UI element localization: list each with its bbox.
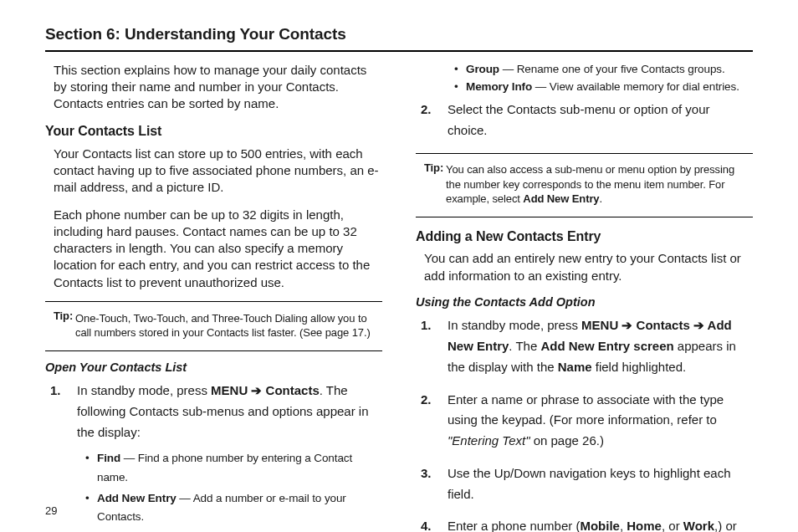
kw-mobile: Mobile xyxy=(580,519,620,532)
txt: In standby mode, press xyxy=(77,383,211,397)
step-number: 1. xyxy=(421,315,432,336)
step-number: 1. xyxy=(50,381,61,402)
kw: Add New Entry xyxy=(523,192,599,205)
add-step-1: 1. In standby mode, press MENU ➔ Contact… xyxy=(441,315,753,377)
kw-work: Work xyxy=(683,519,714,532)
tip-body: One-Touch, Two-Touch, and Three-Touch Di… xyxy=(54,311,379,340)
rule-top xyxy=(45,50,753,52)
txt: — View available memory for dial entries… xyxy=(532,80,739,93)
heading-open-your-contacts: Open Your Contacts List xyxy=(45,360,382,376)
column-left: This section explains how to manage your… xyxy=(45,62,382,532)
bullet-speed-dial: Speed Dial — Assign speed dial numbers t… xyxy=(85,529,382,533)
page-number: 29 xyxy=(45,504,57,519)
txt: field highlighted. xyxy=(592,360,687,374)
step-number: 3. xyxy=(421,463,432,484)
tip-rule-top-left xyxy=(45,301,382,302)
open-steps: 1. In standby mode, press MENU ➔ Contact… xyxy=(45,381,382,532)
kw: Find xyxy=(97,452,120,464)
tip-rule-top-right xyxy=(416,153,753,154)
section-title: Section 6: Understanding Your Contacts xyxy=(45,23,753,45)
txt: — Rename one of your five Contacts group… xyxy=(499,63,725,75)
txt: on page 26.) xyxy=(529,433,603,448)
arrow-icon: ➔ xyxy=(248,383,265,397)
kw: Group xyxy=(466,63,499,75)
kw-name: Name xyxy=(558,360,592,374)
step-text: Use the Up/Down navigation keys to highl… xyxy=(448,466,731,501)
txt: Enter a phone number ( xyxy=(448,519,580,532)
arrow-icon: ➔ xyxy=(690,318,708,332)
column-right: Group — Rename one of your five Contacts… xyxy=(416,62,753,532)
intro-paragraph: This section explains how to manage your… xyxy=(45,62,382,113)
tip-box-left: Tip: One-Touch, Two-Touch, and Three-Tou… xyxy=(45,307,382,344)
heading-adding-new-entry: Adding a New Contacts Entry xyxy=(416,228,753,246)
heading-using-add-option: Using the Contacts Add Option xyxy=(416,294,753,311)
arrow-icon: ➔ xyxy=(618,318,636,332)
heading-your-contacts-list: Your Contacts List xyxy=(45,122,382,141)
open-bullets: Find — Find a phone number by entering a… xyxy=(77,449,382,532)
ref-entering-text: "Entering Text" xyxy=(448,433,529,448)
bullet-find: Find — Find a phone number by entering a… xyxy=(85,449,382,487)
contacts-p2: Each phone number can be up to 32 digits… xyxy=(45,207,382,291)
step-number: 4. xyxy=(421,516,432,532)
kw-screen: Add New Entry screen xyxy=(540,339,673,353)
kw-menu: MENU xyxy=(581,318,618,332)
txt: . The xyxy=(509,339,540,353)
add-step-4: 4. Enter a phone number (Mobile, Home, o… xyxy=(441,516,753,532)
add-intro: You can add an entirely new entry to you… xyxy=(416,250,753,284)
step-number: 2. xyxy=(421,100,432,120)
txt: Enter a name or phrase to associate with… xyxy=(448,392,724,427)
kw-home: Home xyxy=(627,519,662,532)
contacts-p1: Your Contacts list can store up to 500 e… xyxy=(45,146,382,197)
step-text: Enter a name or phrase to associate with… xyxy=(448,392,724,448)
step-number: 2. xyxy=(421,390,432,411)
kw-contacts: Contacts xyxy=(637,318,690,332)
bullet-add-new: Add New Entry — Add a number or e-mail t… xyxy=(85,489,382,527)
txt: — Find a phone number by entering a Cont… xyxy=(97,452,352,483)
kw-menu: MENU xyxy=(211,383,248,397)
add-step-2: 2. Enter a name or phrase to associate w… xyxy=(441,390,753,452)
tip-label: Tip: xyxy=(424,161,443,174)
tip-label: Tip: xyxy=(54,309,73,322)
step-text: In standby mode, press MENU ➔ Contacts ➔… xyxy=(448,318,736,374)
add-steps: 1. In standby mode, press MENU ➔ Contact… xyxy=(416,315,753,532)
kw: Memory Info xyxy=(466,80,532,93)
two-column-layout: This section explains how to manage your… xyxy=(45,62,753,532)
step-text: In standby mode, press MENU ➔ Contacts. … xyxy=(77,383,369,439)
open-bullets-cont: Group — Rename one of your five Contacts… xyxy=(416,62,753,95)
tip-rule-bottom-right xyxy=(416,217,753,217)
open-steps-cont: 2. Select the Contacts sub-menu or optio… xyxy=(416,100,753,141)
bullet-group: Group — Rename one of your five Contacts… xyxy=(454,62,753,77)
step-text: Enter a phone number (Mobile, Home, or W… xyxy=(448,519,749,532)
tip-box-right: Tip: You can also access a sub-menu or m… xyxy=(416,159,753,210)
kw: Add New Entry xyxy=(97,492,176,504)
bullet-memory-info: Memory Info — View available memory for … xyxy=(454,79,753,95)
txt: In standby mode, press xyxy=(448,318,581,332)
tip-body: You can also access a sub-menu or menu o… xyxy=(424,162,749,207)
open-step-2: 2. Select the Contacts sub-menu or optio… xyxy=(441,100,753,141)
kw-contacts: Contacts xyxy=(266,383,320,397)
txt: . xyxy=(600,192,603,205)
add-step-3: 3. Use the Up/Down navigation keys to hi… xyxy=(441,463,753,505)
step-text: Select the Contacts sub-menu or option o… xyxy=(448,102,710,137)
open-step-1: 1. In standby mode, press MENU ➔ Contact… xyxy=(70,381,382,532)
txt: , or xyxy=(662,519,683,532)
tip-rule-bottom-left xyxy=(45,350,382,351)
